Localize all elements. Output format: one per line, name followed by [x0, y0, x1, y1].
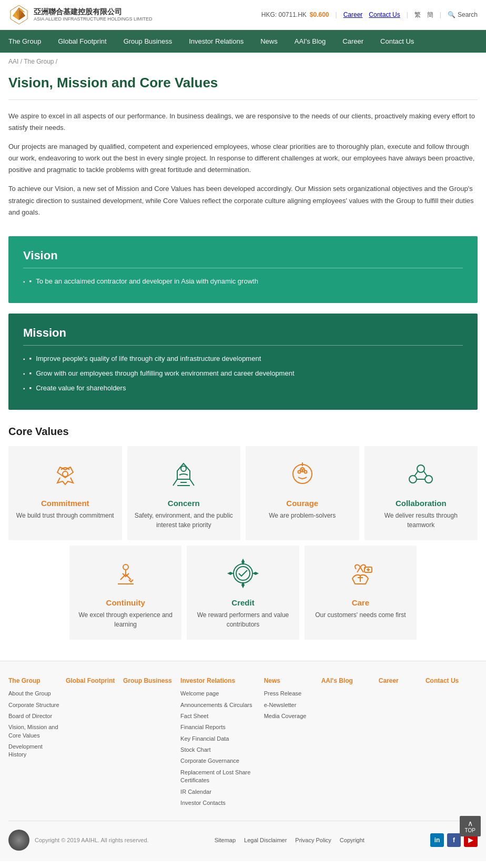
footer-ir-link-1[interactable]: Announcements & Circulars: [180, 701, 259, 709]
svg-line-17: [423, 471, 427, 476]
footer-grid: The Group About the GroupCorporate Struc…: [8, 677, 478, 810]
footer-bottom: Copyright © 2019 AAIHL. All rights reser…: [8, 821, 478, 851]
cv-card-continuity: Continuity We excel through experience a…: [69, 546, 181, 640]
care-icon: [312, 556, 409, 593]
svg-line-16: [414, 471, 418, 476]
mission-block: Mission ▪Improve people's quality of lif…: [8, 314, 478, 410]
nav-career[interactable]: Career: [334, 30, 372, 53]
footer-news-link-0[interactable]: Press Release: [264, 690, 316, 698]
svg-point-14: [409, 476, 417, 483]
search-icon: 🔍: [448, 11, 455, 18]
footer-ir-link-4[interactable]: Key Financial Data: [180, 735, 259, 743]
divider2: |: [407, 11, 408, 18]
footer-the-group-link-1[interactable]: Corporate Structure: [8, 701, 60, 709]
stock-price: $0.600: [310, 11, 329, 18]
footer-heading-career: Career: [379, 677, 420, 684]
top-bar: 亞洲聯合基建控股有限公司 ASIA ALLIED INFRASTRUCTURE …: [0, 0, 486, 30]
footer-col-investor-relations: Investor Relations Welcome pageAnnouncem…: [180, 677, 259, 810]
footer-copyright-link[interactable]: Copyright: [340, 837, 364, 843]
nav-global-footprint[interactable]: Global Footprint: [49, 30, 115, 53]
footer-ir-link-0[interactable]: Welcome page: [180, 690, 259, 698]
footer: The Group About the GroupCorporate Struc…: [0, 661, 486, 861]
nav-aai-blog[interactable]: AAI's Blog: [286, 30, 335, 53]
footer-heading-investor-relations: Investor Relations: [180, 677, 259, 684]
back-to-top[interactable]: TOP: [460, 816, 481, 836]
nav-news[interactable]: News: [252, 30, 286, 53]
logo-text: 亞洲聯合基建控股有限公司 ASIA ALLIED INFRASTRUCTURE …: [34, 7, 153, 23]
footer-sitemap-link[interactable]: Sitemap: [215, 837, 236, 843]
commitment-desc: We build trust through commitment: [16, 511, 115, 520]
concern-name: Concern: [135, 499, 234, 508]
footer-col-news: News Press Releasee-NewsletterMedia Cove…: [264, 677, 316, 810]
footer-the-group-link-4[interactable]: Development History: [8, 743, 60, 759]
continuity-name: Continuity: [77, 598, 174, 607]
nav-the-group[interactable]: The Group: [0, 30, 49, 53]
vision-item-1: ▪ To be an acclaimed contractor and deve…: [23, 276, 463, 287]
footer-the-group-link-3[interactable]: Vision, Mission and Core Values: [8, 723, 60, 740]
footer-ir-link-9[interactable]: Investor Contacts: [180, 799, 259, 807]
footer-ir-link-2[interactable]: Fact Sheet: [180, 712, 259, 720]
cv-card-care: Care Our customers' needs come first: [305, 546, 417, 640]
main-nav: The Group Global Footprint Group Busines…: [0, 30, 486, 53]
nav-investor-relations[interactable]: Investor Relations: [180, 30, 252, 53]
main-heading: Vision, Mission and Core Values: [8, 75, 478, 91]
footer-news-link-2[interactable]: Media Coverage: [264, 712, 316, 720]
vision-title: Vision: [23, 249, 463, 263]
cv-card-concern: Concern Safety, environment, and the pub…: [127, 446, 241, 540]
footer-ir-link-8[interactable]: IR Calendar: [180, 788, 259, 796]
svg-point-15: [425, 476, 432, 483]
mission-divider: [23, 345, 463, 346]
nav-contact-us[interactable]: Contact Us: [372, 30, 422, 53]
nav-group-business[interactable]: Group Business: [115, 30, 181, 53]
core-values-section: Core Values Commitment We build trust th…: [0, 420, 486, 650]
footer-the-group-link-2[interactable]: Board of Director: [8, 712, 60, 720]
footer-heading-group-business: Group Business: [123, 677, 175, 684]
credit-name: Credit: [194, 598, 291, 607]
breadcrumb-the-group[interactable]: The Group: [24, 58, 54, 65]
footer-privacy-link[interactable]: Privacy Policy: [295, 837, 331, 843]
courage-icon: [253, 457, 352, 493]
cv-card-collaboration: Collaboration We deliver results through…: [364, 446, 478, 540]
linkedin-button[interactable]: in: [430, 833, 444, 847]
company-english: ASIA ALLIED INFRASTRUCTURE HOLDINGS LIMI…: [34, 16, 153, 23]
mission-item-2: ▪Create value for shareholders: [23, 382, 463, 394]
logo-area: 亞洲聯合基建控股有限公司 ASIA ALLIED INFRASTRUCTURE …: [8, 4, 153, 25]
stock-info: HKG: 00711.HK $0.600: [261, 11, 329, 18]
search-label[interactable]: Search: [458, 11, 478, 18]
footer-ir-link-5[interactable]: Stock Chart: [180, 746, 259, 754]
cv-row2: Continuity We excel through experience a…: [69, 546, 417, 640]
footer-heading-global-footprint: Global Footprint: [66, 677, 118, 684]
continuity-desc: We excel through experience and learning: [77, 610, 174, 629]
continuity-icon: [77, 556, 174, 593]
footer-the-group-link-0[interactable]: About the Group: [8, 690, 60, 698]
footer-ir-link-3[interactable]: Financial Reports: [180, 723, 259, 731]
top-contact-link[interactable]: Contact Us: [369, 11, 400, 18]
divider3: |: [440, 11, 441, 18]
collaboration-name: Collaboration: [372, 499, 471, 508]
concern-desc: Safety, environment, and the public inte…: [135, 511, 234, 530]
company-chinese: 亞洲聯合基建控股有限公司: [34, 7, 153, 16]
footer-ir-link-6[interactable]: Corporate Governance: [180, 757, 259, 765]
svg-point-19: [123, 564, 128, 570]
footer-news-link-1[interactable]: e-Newsletter: [264, 701, 316, 709]
body-text: We aspire to excel in all aspects of our…: [0, 100, 486, 236]
language-toggle[interactable]: 繁 簡: [414, 11, 433, 19]
top-right: HKG: 00711.HK $0.600 | Career Contact Us…: [261, 11, 478, 19]
commitment-icon: [16, 457, 115, 493]
vision-bullet: ▪: [29, 276, 32, 287]
breadcrumb-aai[interactable]: AAI: [8, 58, 18, 65]
facebook-button[interactable]: f: [447, 833, 461, 847]
collaboration-icon: [372, 457, 471, 493]
top-career-link[interactable]: Career: [343, 11, 363, 18]
footer-heading-aai-blog: AAI's Blog: [321, 677, 373, 684]
mission-title: Mission: [23, 326, 463, 340]
search-area[interactable]: 🔍 Search: [448, 11, 478, 18]
vision-divider: [23, 268, 463, 268]
care-desc: Our customers' needs come first: [312, 610, 409, 620]
para-2: Our projects are managed by qualified, c…: [8, 141, 478, 176]
cv-card-credit: Credit We reward performers and value co…: [187, 546, 299, 640]
footer-col-aai-blog: AAI's Blog: [321, 677, 373, 810]
svg-point-21: [236, 567, 250, 580]
footer-ir-link-7[interactable]: Replacement of Lost Share Certificates: [180, 769, 259, 785]
footer-legal-link[interactable]: Legal Disclaimer: [244, 837, 287, 843]
